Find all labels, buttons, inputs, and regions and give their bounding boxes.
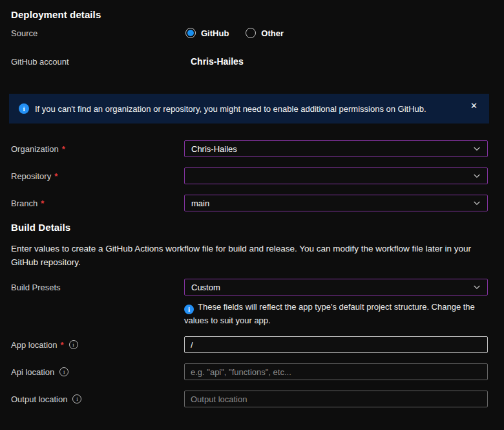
source-row: Source GitHub Other	[11, 27, 488, 39]
build-details-description: Enter values to create a GitHub Actions …	[11, 242, 488, 269]
radio-selected-icon[interactable]	[185, 28, 196, 38]
branch-value: main	[191, 199, 209, 208]
chevron-down-icon	[472, 199, 481, 208]
required-asterisk: *	[61, 340, 64, 350]
chevron-down-icon	[472, 171, 481, 180]
app-location-row: App location * i	[11, 336, 488, 353]
info-banner: i If you can't find an organization or r…	[9, 94, 489, 124]
radio-option-github[interactable]: GitHub	[185, 28, 229, 38]
presets-note-row: iThese fields will reflect the app type'…	[11, 301, 488, 327]
app-location-label: App location	[11, 340, 58, 350]
repository-value-redacted	[191, 172, 249, 180]
info-banner-text: If you can't find an organization or rep…	[35, 104, 460, 114]
info-icon: i	[19, 103, 29, 114]
source-radio-group: GitHub Other	[184, 28, 488, 38]
build-presets-row: Build Presets Custom	[11, 279, 488, 296]
radio-option-other[interactable]: Other	[246, 28, 284, 38]
output-location-row: Output location i	[11, 391, 488, 407]
github-account-row: GitHub account Chris-Hailes	[11, 55, 488, 68]
info-icon: i	[184, 305, 194, 314]
organization-label: Organization	[11, 144, 59, 154]
api-location-label: Api location	[11, 367, 54, 377]
branch-row: Branch * main	[11, 195, 488, 211]
build-details-heading: Build Details	[11, 222, 488, 233]
chevron-down-icon	[472, 144, 481, 153]
radio-github-label: GitHub	[201, 28, 229, 38]
build-presets-dropdown[interactable]: Custom	[184, 279, 488, 296]
organization-value: Chris-Hailes	[191, 144, 237, 154]
deployment-details-heading: Deployment details	[11, 9, 488, 20]
repository-label: Repository	[11, 171, 51, 181]
repository-row: Repository *	[11, 167, 488, 184]
output-location-input[interactable]	[184, 391, 488, 407]
radio-other-label: Other	[261, 28, 284, 38]
organization-dropdown[interactable]: Chris-Hailes	[184, 140, 488, 157]
deployment-config-page: Deployment details Source GitHub Other G…	[0, 0, 504, 430]
branch-label: Branch	[11, 199, 37, 208]
close-icon[interactable]: ✕	[468, 100, 480, 112]
app-location-input[interactable]	[184, 336, 488, 353]
radio-unselected-icon[interactable]	[246, 28, 256, 38]
info-tooltip-icon[interactable]: i	[72, 394, 81, 403]
required-asterisk: *	[62, 144, 65, 154]
github-account-label: GitHub account	[11, 57, 69, 67]
source-label: Source	[11, 28, 37, 38]
api-location-input[interactable]	[184, 363, 488, 380]
organization-row: Organization * Chris-Hailes	[11, 140, 488, 157]
presets-note: iThese fields will reflect the app type'…	[184, 301, 488, 327]
repository-dropdown[interactable]	[184, 167, 488, 184]
github-account-value: Chris-Hailes	[184, 56, 244, 67]
build-presets-label: Build Presets	[11, 283, 61, 292]
api-location-row: Api location i	[11, 363, 488, 380]
required-asterisk: *	[41, 199, 44, 208]
output-location-label: Output location	[11, 394, 67, 404]
info-tooltip-icon[interactable]: i	[59, 367, 68, 376]
info-tooltip-icon[interactable]: i	[69, 340, 78, 349]
build-presets-value: Custom	[191, 283, 220, 292]
chevron-down-icon	[472, 283, 481, 292]
branch-dropdown[interactable]: main	[184, 195, 488, 211]
required-asterisk: *	[54, 171, 58, 181]
presets-note-text: These fields will reflect the app type's…	[184, 302, 475, 325]
